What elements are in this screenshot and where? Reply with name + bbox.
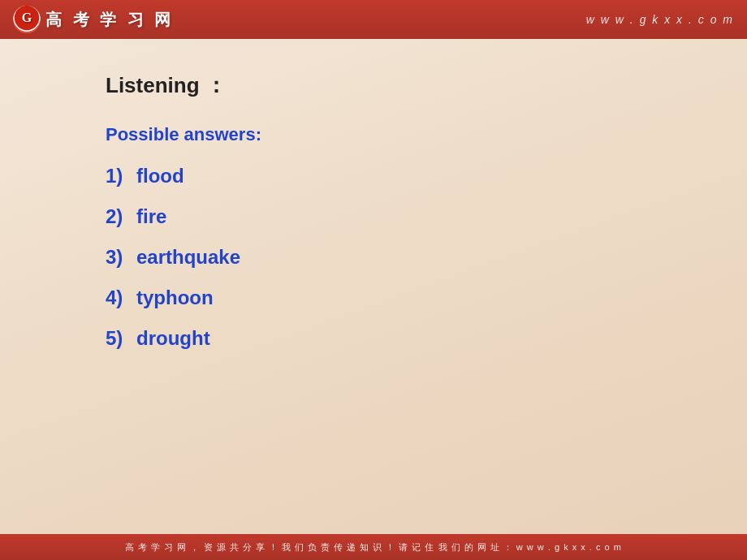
answer-item: 4)typhoon [106, 286, 698, 309]
answer-number: 2) [106, 205, 130, 228]
answer-text: earthquake [136, 246, 240, 269]
footer-text: 高 考 学 习 网 ， 资 源 共 分 享 ！ 我 们 负 责 传 递 知 识 … [125, 541, 622, 554]
logo-icon: G [13, 6, 41, 33]
answer-number: 4) [106, 286, 130, 309]
logo-letter: G [13, 6, 41, 33]
answer-text: drought [136, 327, 210, 350]
header-url: w w w . g k x x . c o m [586, 13, 734, 26]
answer-number: 3) [106, 246, 130, 269]
answer-text: flood [136, 165, 184, 187]
section-title: Listening ： [106, 71, 698, 100]
answer-item: 5)drought [106, 327, 698, 350]
possible-answers-label: Possible answers: [106, 124, 698, 145]
footer: 高 考 学 习 网 ， 资 源 共 分 享 ！ 我 们 负 责 传 递 知 识 … [0, 534, 747, 560]
page-wrapper: G 高 考 学 习 网 w w w . g k x x . c o m List… [0, 0, 747, 560]
header-title: 高 考 学 习 网 [45, 9, 174, 31]
header: G 高 考 学 习 网 w w w . g k x x . c o m [0, 0, 747, 39]
main-content: Listening ： Possible answers: 1)flood2)f… [0, 39, 747, 384]
answer-list: 1)flood2)fire3)earthquake4)typhoon5)drou… [106, 165, 698, 350]
header-logo: G 高 考 学 习 网 [13, 6, 174, 33]
answer-number: 5) [106, 327, 130, 350]
svg-text:G: G [22, 11, 32, 24]
answer-item: 2)fire [106, 205, 698, 228]
answer-text: fire [136, 205, 166, 228]
answer-number: 1) [106, 165, 130, 187]
answer-item: 3)earthquake [106, 246, 698, 269]
answer-text: typhoon [136, 286, 214, 309]
answer-item: 1)flood [106, 165, 698, 187]
